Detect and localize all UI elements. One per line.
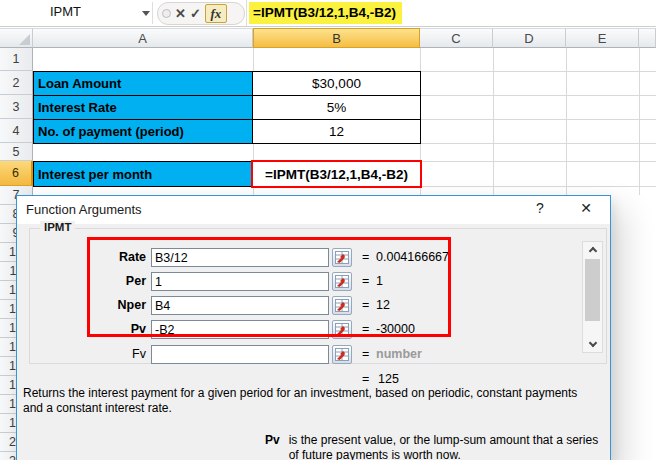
- row-header-2[interactable]: 2: [0, 71, 33, 95]
- argument-row-pv: Pv = -30000: [17, 320, 610, 339]
- column-header-B[interactable]: B: [253, 28, 420, 48]
- column-header-row: ABCDE: [0, 28, 656, 48]
- row-header-6[interactable]: 6: [0, 161, 33, 186]
- function-arguments-dialog: Function Arguments ? ✕ IPMT Rate = 0.004…: [16, 195, 611, 460]
- formula-button-cluster: ✕ ✓ fx: [157, 2, 245, 25]
- select-all-corner[interactable]: [0, 28, 33, 48]
- cell-A2[interactable]: Loan Amount: [33, 71, 253, 96]
- row-header-3[interactable]: 3: [0, 95, 33, 119]
- column-header-E[interactable]: E: [566, 28, 639, 48]
- range-selector-icon[interactable]: [332, 272, 352, 291]
- row-header-1[interactable]: 1: [0, 48, 33, 71]
- range-selector-glyph: [335, 251, 349, 264]
- equals-sign: =: [362, 248, 369, 267]
- cell-B6-active-formula[interactable]: =IPMT(B3/12,1,B4,-B2): [251, 160, 422, 188]
- range-selector-icon[interactable]: [332, 296, 352, 315]
- dialog-scrollbar[interactable]: [582, 241, 603, 353]
- fv-result: number: [376, 345, 422, 364]
- nper-result: 12: [376, 296, 390, 315]
- per-label: Per: [47, 272, 146, 291]
- cell-B2[interactable]: $30,000: [252, 71, 421, 96]
- row-header-5[interactable]: 5: [0, 143, 33, 161]
- result-equals-sign: =: [362, 372, 369, 386]
- formula-toolbar: IPMT ✕ ✓ fx =IPMT(B3/12,1,B4,-B2): [0, 0, 656, 27]
- pv-result: -30000: [376, 320, 415, 339]
- nper-input[interactable]: [151, 296, 329, 315]
- per-input[interactable]: [151, 272, 329, 291]
- cancel-entry-icon[interactable]: ✕: [175, 4, 186, 24]
- formula-result-value: 125: [378, 372, 399, 386]
- rate-input[interactable]: [151, 248, 329, 267]
- divider: [152, 2, 153, 24]
- scrollbar-thumb[interactable]: [585, 259, 600, 321]
- chevron-down-icon: [588, 339, 596, 347]
- cell-A4[interactable]: No. of payment (period): [33, 119, 253, 144]
- dialog-titlebar[interactable]: Function Arguments: [17, 196, 610, 224]
- confirm-entry-icon[interactable]: ✓: [190, 4, 201, 24]
- argument-help: Pv is the present value, or the lump-sum…: [265, 433, 607, 460]
- equals-sign: =: [362, 296, 369, 315]
- function-description: Returns the interest payment for a given…: [23, 386, 599, 415]
- column-header-A[interactable]: A: [33, 28, 253, 48]
- range-selector-icon[interactable]: [332, 345, 352, 364]
- range-selector-icon[interactable]: [332, 248, 352, 267]
- range-selector-glyph: [335, 299, 349, 312]
- name-box-value: IPMT: [50, 4, 81, 19]
- argument-row-per: Per = 1: [17, 272, 610, 291]
- scroll-down-icon[interactable]: [583, 337, 602, 352]
- scroll-up-icon[interactable]: [583, 242, 602, 257]
- pv-label: Pv: [47, 320, 146, 339]
- dot-icon: [162, 9, 171, 18]
- range-selector-glyph: [335, 323, 349, 336]
- column-header-D[interactable]: D: [493, 28, 566, 48]
- function-name-label: IPMT: [40, 221, 75, 233]
- per-result: 1: [376, 272, 383, 291]
- argument-help-text: is the present value, or the lump-sum am…: [289, 433, 607, 460]
- fv-input[interactable]: [151, 345, 329, 364]
- equals-sign: =: [362, 272, 369, 291]
- rate-label: Rate: [47, 248, 146, 267]
- dialog-title: Function Arguments: [26, 202, 142, 217]
- equals-sign: =: [362, 320, 369, 339]
- row-header-4[interactable]: 4: [0, 119, 33, 143]
- cell-B4[interactable]: 12: [252, 119, 421, 144]
- range-selector-icon[interactable]: [332, 320, 352, 339]
- cell-A6[interactable]: Interest per month: [33, 161, 253, 187]
- cell-B3[interactable]: 5%: [252, 95, 421, 120]
- corner-triangle-icon: [19, 34, 30, 45]
- column-header-filler: [639, 28, 656, 48]
- chevron-up-icon: [588, 247, 596, 255]
- argument-help-term: Pv: [265, 433, 280, 460]
- argument-row-fv: Fv = number: [17, 345, 610, 364]
- argument-row-nper: Nper = 12: [17, 296, 610, 315]
- equals-sign: =: [362, 345, 369, 364]
- name-box[interactable]: IPMT: [0, 0, 140, 26]
- nper-label: Nper: [47, 296, 146, 315]
- fv-label: Fv: [47, 345, 146, 364]
- argument-row-rate: Rate = 0.004166667: [17, 248, 610, 267]
- range-selector-glyph: [335, 348, 349, 361]
- formula-bar-text: =IPMT(B3/12,1,B4,-B2): [249, 2, 402, 24]
- name-box-dropdown-icon[interactable]: [142, 11, 150, 16]
- rate-result: 0.004166667: [376, 248, 449, 267]
- range-selector-glyph: [335, 275, 349, 288]
- help-button[interactable]: ?: [529, 200, 551, 220]
- pv-input[interactable]: [151, 320, 329, 339]
- column-header-C[interactable]: C: [420, 28, 493, 48]
- formula-bar[interactable]: =IPMT(B3/12,1,B4,-B2): [246, 0, 656, 26]
- cell-A3[interactable]: Interest Rate: [33, 95, 253, 120]
- close-icon[interactable]: ✕: [573, 200, 599, 220]
- insert-function-icon[interactable]: fx: [205, 4, 227, 23]
